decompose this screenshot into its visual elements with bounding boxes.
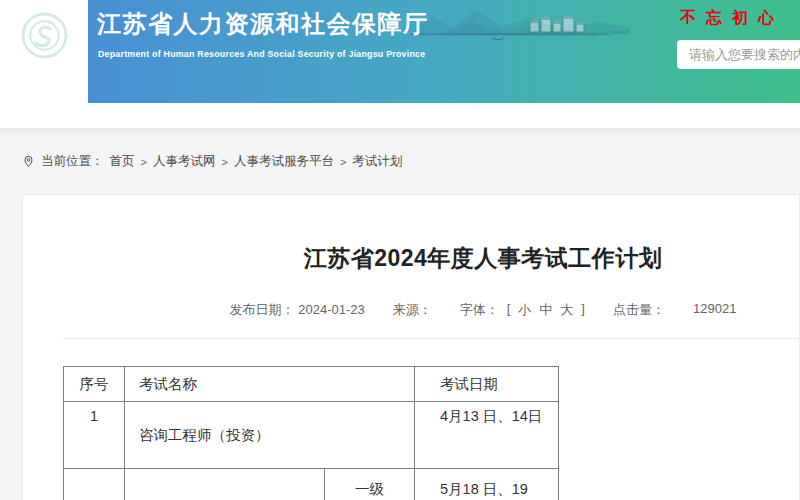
source-label: 来源： (393, 301, 432, 319)
slogan-calligraphy: 不忘初心 (680, 8, 784, 29)
exam-schedule-table: 序号 考试名称 考试日期 1 咨询工程师（投资） 4月13 日、14日 一级 5… (63, 366, 559, 500)
site-title: 江苏省人力资源和社会保障厅 (97, 8, 429, 40)
hits-label: 点击量： (613, 301, 665, 319)
publish-date-value: 2024-01-23 (298, 302, 365, 317)
search-input[interactable] (677, 40, 800, 69)
header-band: 江苏省人力资源和社会保障厅 Department of Human Resour… (88, 0, 800, 103)
table-row: 1 咨询工程师（投资） 4月13 日、14日 (64, 402, 559, 469)
publish-date: 发布日期： 2024-01-23 (230, 301, 365, 319)
breadcrumb-label: 当前位置： (41, 153, 104, 170)
breadcrumb-separator: > (141, 156, 147, 168)
breadcrumb-item-service-platform[interactable]: 人事考试服务平台 (234, 153, 334, 170)
bracket-close: ] (581, 301, 585, 319)
logo-seal-icon (21, 12, 68, 63)
article-meta: 发布日期： 2024-01-23 来源： 字体： [ 小 中 大 ] 点击量： … (63, 301, 800, 319)
article-title: 江苏省2024年度人事考试工作计划 (63, 243, 800, 274)
header-exam-date: 考试日期 (415, 367, 559, 402)
header-exam-name: 考试名称 (125, 367, 415, 402)
header-seq: 序号 (64, 367, 125, 402)
hits-value: 129021 (693, 301, 736, 319)
cell-exam-level: 一级 (325, 469, 415, 500)
article-panel: 江苏省2024年度人事考试工作计划 发布日期： 2024-01-23 来源： 字… (22, 194, 800, 500)
logo-area (0, 0, 88, 103)
table-row: 一级 5月18 日、19 (64, 469, 559, 500)
font-size-label: 字体： (460, 301, 499, 319)
cell-seq (64, 469, 125, 500)
font-size-large-button[interactable]: 大 (560, 301, 573, 319)
font-size-small-button[interactable]: 小 (518, 301, 531, 319)
cell-exam-date: 5月18 日、19 (415, 469, 559, 500)
breadcrumb: 当前位置： 首页 > 人事考试网 > 人事考试服务平台 > 考试计划 (22, 153, 402, 170)
font-size-medium-button[interactable]: 中 (539, 301, 552, 319)
font-size-selector: 字体： [ 小 中 大 ] (460, 301, 585, 319)
breadcrumb-item-home[interactable]: 首页 (110, 153, 135, 170)
breadcrumb-item-exam-plan: 考试计划 (352, 153, 402, 170)
breadcrumb-item-exam-site[interactable]: 人事考试网 (153, 153, 216, 170)
site-subtitle: Department of Human Resources And Social… (98, 49, 425, 59)
cell-exam-name (125, 469, 325, 500)
landscape-decoration (410, 0, 630, 64)
publish-date-label: 发布日期： (230, 302, 295, 317)
meta-divider (63, 338, 800, 339)
location-pin-icon (22, 155, 35, 168)
breadcrumb-separator: > (340, 156, 346, 168)
bracket-open: [ (507, 301, 511, 319)
site-header: 江苏省人力资源和社会保障厅 Department of Human Resour… (0, 0, 800, 103)
cell-seq: 1 (64, 402, 125, 469)
table-header-row: 序号 考试名称 考试日期 (64, 367, 559, 402)
cell-exam-date: 4月13 日、14日 (415, 402, 559, 469)
breadcrumb-separator: > (221, 156, 227, 168)
cell-exam-name: 咨询工程师（投资） (125, 402, 415, 469)
